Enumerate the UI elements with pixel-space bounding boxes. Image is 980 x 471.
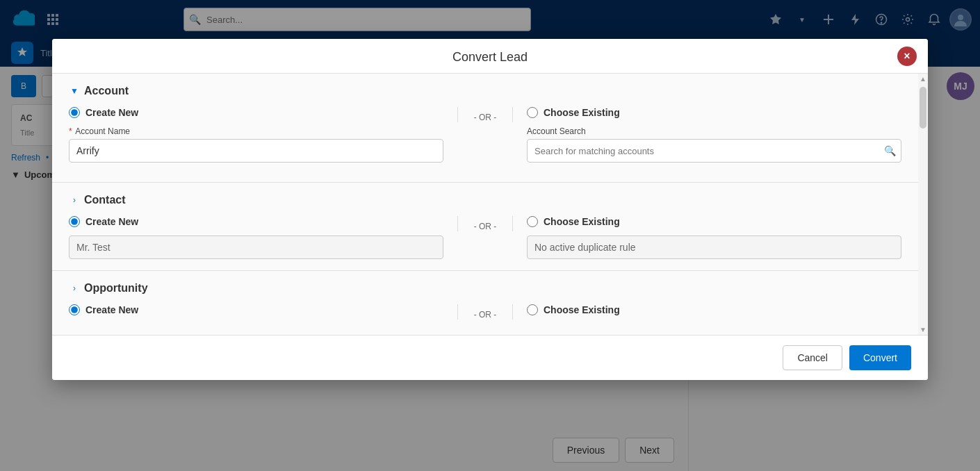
contact-section: › Contact Create New - OR - <box>52 183 918 271</box>
modal-footer: Cancel Convert <box>52 335 928 380</box>
opportunity-choose-existing-label: Choose Existing <box>544 304 620 315</box>
account-search-input[interactable] <box>527 139 901 163</box>
opportunity-section-header: › Opportunity <box>69 282 901 295</box>
modal-close-button[interactable]: × <box>897 47 917 66</box>
scroll-thumb[interactable] <box>920 87 926 129</box>
convert-lead-modal: Convert Lead × ▲ ▼ ▼ Account <box>52 39 928 380</box>
account-name-input[interactable] <box>69 139 443 163</box>
modal-title: Convert Lead <box>452 50 528 65</box>
modal-scrollbar[interactable]: ▲ ▼ <box>918 74 928 335</box>
account-search-icon: 🔍 <box>884 145 896 156</box>
account-search-label: Account Search <box>527 126 901 136</box>
account-name-field: * Account Name <box>69 126 443 163</box>
contact-choose-existing-option: Choose Existing <box>527 216 901 227</box>
account-section-title: Account <box>84 85 129 97</box>
opportunity-create-new-label: Create New <box>85 304 138 315</box>
opportunity-choose-existing-option: Choose Existing <box>527 304 901 315</box>
opportunity-create-new-option: Create New <box>69 304 443 315</box>
account-create-new-area: Create New * Account Name <box>69 107 457 171</box>
opportunity-or-divider: - OR - <box>457 304 513 320</box>
opportunity-toggle[interactable]: › <box>69 283 80 294</box>
contact-choose-existing-label: Choose Existing <box>544 216 620 227</box>
opportunity-section: › Opportunity Create New - OR - <box>52 271 918 335</box>
account-create-new-label: Create New <box>85 107 138 118</box>
opportunity-section-title: Opportunity <box>84 282 148 295</box>
account-name-label: * Account Name <box>69 126 443 136</box>
opportunity-create-new-radio[interactable] <box>69 304 80 315</box>
contact-toggle[interactable]: › <box>69 195 80 206</box>
contact-section-grid: Create New - OR - Choose Existing <box>69 216 901 259</box>
scroll-down-arrow[interactable]: ▼ <box>920 326 926 333</box>
account-create-new-radio[interactable] <box>69 107 80 118</box>
account-choose-existing-option: Choose Existing <box>527 107 901 118</box>
account-section-header: ▼ Account <box>69 85 901 97</box>
contact-create-new-radio[interactable] <box>69 216 80 227</box>
account-section-grid: Create New * Account Name - OR - <box>69 107 901 171</box>
account-create-new-option: Create New <box>69 107 443 118</box>
modal-body[interactable]: ▲ ▼ ▼ Account Create New <box>52 74 928 335</box>
contact-choose-existing-area: Choose Existing <box>513 216 901 259</box>
account-section: ▼ Account Create New * Account Name <box>52 74 918 183</box>
account-or-divider: - OR - <box>457 107 513 122</box>
scroll-up-arrow[interactable]: ▲ <box>920 75 926 83</box>
contact-section-header: › Contact <box>69 194 901 206</box>
account-choose-existing-label: Choose Existing <box>544 107 620 118</box>
contact-or-divider: - OR - <box>457 216 513 231</box>
opportunity-create-new-area: Create New <box>69 304 457 324</box>
modal-backdrop: Convert Lead × ▲ ▼ ▼ Account <box>0 0 980 471</box>
account-toggle[interactable]: ▼ <box>69 85 80 97</box>
opportunity-choose-existing-area: Choose Existing <box>513 304 901 324</box>
modal-header: Convert Lead × <box>52 39 928 74</box>
contact-create-new-area: Create New <box>69 216 457 259</box>
opportunity-choose-existing-radio[interactable] <box>527 304 538 315</box>
contact-create-new-label: Create New <box>85 216 138 227</box>
account-choose-existing-radio[interactable] <box>527 107 538 118</box>
convert-button[interactable]: Convert <box>849 345 911 370</box>
contact-name-input[interactable] <box>69 236 443 259</box>
cancel-button[interactable]: Cancel <box>783 345 842 370</box>
account-choose-existing-area: Choose Existing Account Search 🔍 <box>513 107 901 163</box>
contact-dup-rule-input <box>527 236 901 259</box>
opportunity-section-grid: Create New - OR - Choose Existing <box>69 304 901 324</box>
contact-choose-existing-radio[interactable] <box>527 216 538 227</box>
account-search-wrapper: 🔍 <box>527 139 901 163</box>
contact-create-new-option: Create New <box>69 216 443 227</box>
contact-section-title: Contact <box>84 194 126 206</box>
required-marker: * <box>69 126 72 136</box>
